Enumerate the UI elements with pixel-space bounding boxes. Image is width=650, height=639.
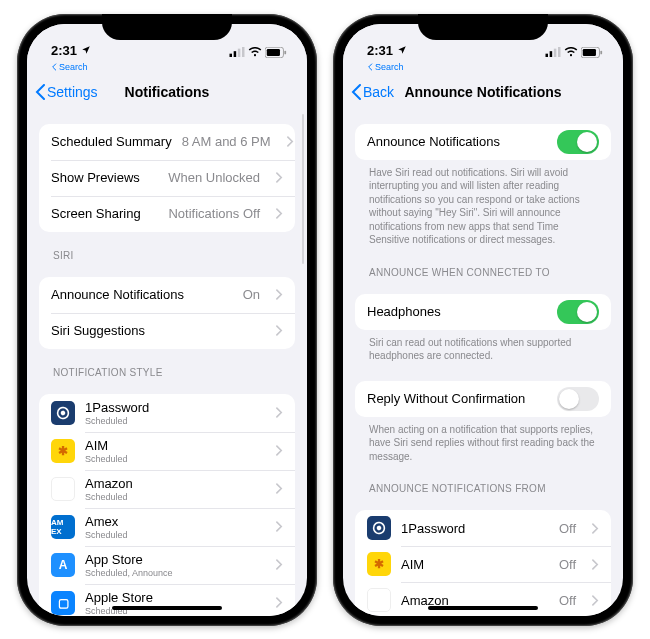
app-icon: A (51, 553, 75, 577)
connected-header: ANNOUNCE WHEN CONNECTED TO (355, 249, 611, 282)
app-value: Off (559, 521, 576, 536)
app-icon: ⦿ (51, 401, 75, 425)
chevron-right-icon (276, 325, 283, 336)
siri-group: Announce Notifications On Siri Suggestio… (39, 277, 295, 349)
nav-bar: Settings Notifications (27, 72, 307, 112)
reply-toggle[interactable] (557, 387, 599, 411)
app-icon: ▢ (51, 591, 75, 615)
wifi-icon (248, 47, 262, 57)
location-icon (81, 43, 91, 58)
svg-rect-2 (238, 49, 241, 57)
app-row[interactable]: AM EX Amex Scheduled (39, 508, 295, 546)
screen-left: 2:31 Search (27, 24, 307, 616)
chevron-right-icon (276, 289, 283, 300)
chevron-right-icon (592, 523, 599, 534)
announce-row[interactable]: Announce Notifications (355, 124, 611, 160)
breadcrumb-label: Search (375, 62, 404, 72)
announce-group: Announce Notifications (355, 124, 611, 160)
svg-rect-0 (230, 54, 233, 57)
siri-row[interactable]: Announce Notifications On (39, 277, 295, 313)
back-button[interactable]: Settings (35, 84, 98, 100)
row-label: Screen Sharing (51, 206, 141, 221)
content-left[interactable]: Scheduled Summary 8 AM and 6 PM Show Pre… (27, 112, 307, 616)
notch (102, 14, 232, 40)
chevron-right-icon (276, 559, 283, 570)
chevron-right-icon (592, 559, 599, 570)
status-time: 2:31 (51, 43, 77, 58)
announce-toggle[interactable] (557, 130, 599, 154)
app-sub: Scheduled (85, 492, 260, 502)
location-icon (397, 43, 407, 58)
app-icon: ⌣ (367, 588, 391, 612)
chevron-right-icon (276, 597, 283, 608)
app-name: 1Password (401, 521, 549, 536)
app-icon: ✱ (367, 552, 391, 576)
row-label: Announce Notifications (367, 134, 500, 149)
svg-rect-6 (284, 50, 286, 54)
phone-right: 2:31 Search (333, 14, 633, 626)
chevron-right-icon (287, 136, 294, 147)
app-value: Off (559, 593, 576, 608)
notch (418, 14, 548, 40)
nav-bar: Back Announce Notifications (343, 72, 623, 112)
reply-footer: When acting on a notification that suppo… (355, 417, 611, 466)
app-name: Amazon (85, 476, 260, 491)
app-icon: ⦿ (367, 516, 391, 540)
headphones-toggle[interactable] (557, 300, 599, 324)
breadcrumb[interactable]: Search (27, 60, 307, 72)
svg-rect-8 (550, 51, 553, 57)
from-apps-group: ⦿ 1Password Off ✱ AIM Off ⌣ Amazon Off A… (355, 510, 611, 616)
app-row[interactable]: ⌣ Amazon Off (355, 582, 611, 616)
app-value: Off (559, 557, 576, 572)
settings-row[interactable]: Scheduled Summary 8 AM and 6 PM (39, 124, 295, 160)
app-row[interactable]: ⌣ Amazon Scheduled (39, 470, 295, 508)
headphones-group: Headphones (355, 294, 611, 330)
app-row[interactable]: ✱ AIM Scheduled (39, 432, 295, 470)
row-label: Scheduled Summary (51, 134, 172, 149)
chevron-right-icon (276, 521, 283, 532)
reply-row[interactable]: Reply Without Confirmation (355, 381, 611, 417)
home-indicator[interactable] (428, 606, 538, 610)
svg-rect-5 (267, 48, 280, 55)
battery-icon (581, 47, 603, 58)
scrollbar[interactable] (302, 114, 305, 264)
announce-footer: Have Siri read out notifications. Siri w… (355, 160, 611, 249)
phone-left: 2:31 Search (17, 14, 317, 626)
content-right[interactable]: Announce Notifications Have Siri read ou… (343, 112, 623, 616)
settings-row[interactable]: Screen Sharing Notifications Off (39, 196, 295, 232)
app-row[interactable]: ✱ AIM Off (355, 546, 611, 582)
status-time: 2:31 (367, 43, 393, 58)
app-sub: Scheduled, Announce (85, 568, 260, 578)
settings-row[interactable]: Show Previews When Unlocked (39, 160, 295, 196)
home-indicator[interactable] (112, 606, 222, 610)
breadcrumb[interactable]: Search (343, 60, 623, 72)
headphones-footer: Siri can read out notifications when sup… (355, 330, 611, 365)
cellular-icon (545, 47, 561, 57)
screen-right: 2:31 Search (343, 24, 623, 616)
page-title: Notifications (125, 84, 210, 100)
chevron-right-icon (276, 407, 283, 418)
page-title: Announce Notifications (404, 84, 561, 100)
app-row[interactable]: ⦿ 1Password Scheduled (39, 394, 295, 432)
cellular-icon (229, 47, 245, 57)
back-button[interactable]: Back (351, 84, 394, 100)
app-name: App Store (85, 552, 260, 567)
row-label: Show Previews (51, 170, 140, 185)
row-label: Headphones (367, 304, 441, 319)
app-icon: AM EX (51, 515, 75, 539)
headphones-row[interactable]: Headphones (355, 294, 611, 330)
app-sub: Scheduled (85, 416, 260, 426)
app-row[interactable]: ⦿ 1Password Off (355, 510, 611, 546)
app-sub: Scheduled (85, 454, 260, 464)
app-row[interactable]: ▢ Apple Store Scheduled (39, 584, 295, 616)
app-row[interactable]: A App Store Scheduled, Announce (39, 546, 295, 584)
chevron-right-icon (276, 172, 283, 183)
app-icon: ✱ (51, 439, 75, 463)
wifi-icon (564, 47, 578, 57)
app-icon: ⌣ (51, 477, 75, 501)
svg-rect-12 (583, 48, 596, 55)
app-name: Apple Store (85, 590, 260, 605)
siri-row[interactable]: Siri Suggestions (39, 313, 295, 349)
svg-rect-1 (234, 51, 237, 57)
app-sub: Scheduled (85, 530, 260, 540)
